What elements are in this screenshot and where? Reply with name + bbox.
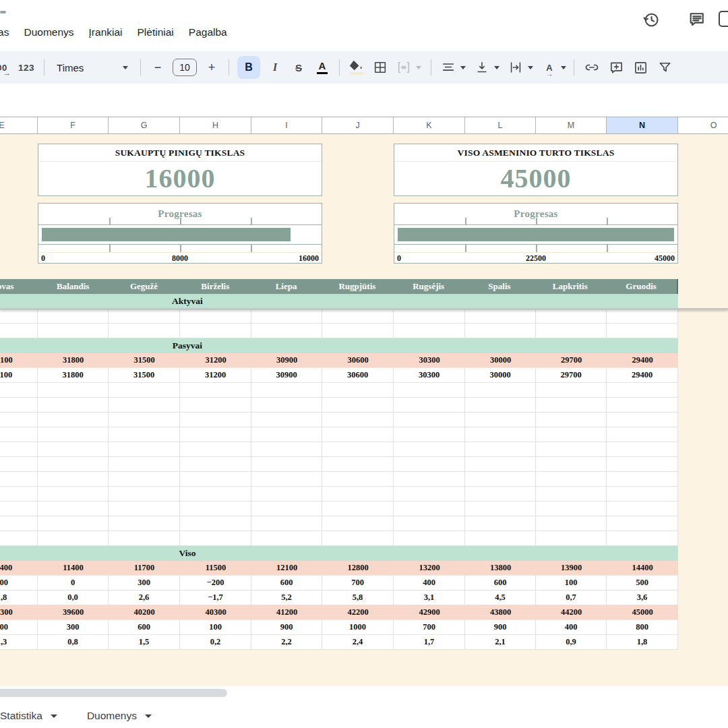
table-cell[interactable]: 39300: [0, 605, 38, 619]
month-header-cell[interactable]: Kovas: [0, 279, 38, 294]
table-cell[interactable]: 11700: [109, 561, 180, 575]
menu-item-plėtiniai[interactable]: Plėtiniai: [138, 26, 174, 38]
table-cell[interactable]: [109, 516, 180, 530]
table-cell[interactable]: [536, 324, 607, 338]
table-cell[interactable]: [394, 457, 465, 471]
table-cell[interactable]: [607, 516, 678, 530]
table-cell[interactable]: [180, 413, 251, 427]
table-cell[interactable]: 1,8: [0, 590, 38, 605]
table-cell[interactable]: 30300: [394, 368, 465, 382]
table-cell[interactable]: [394, 516, 465, 530]
table-cell[interactable]: 300: [109, 576, 180, 590]
comments-icon[interactable]: [686, 9, 708, 30]
table-cell[interactable]: 42200: [322, 605, 394, 619]
table-cell[interactable]: [465, 427, 536, 442]
table-cell[interactable]: 300: [38, 620, 109, 634]
table-cell[interactable]: 30000: [465, 368, 536, 382]
table-cell[interactable]: 2,1: [465, 635, 536, 649]
table-cell[interactable]: 100: [180, 620, 251, 634]
menu-item-duomenys[interactable]: Duomenys: [24, 26, 73, 38]
table-cell[interactable]: 700: [322, 576, 394, 590]
table-cell[interactable]: 5,2: [251, 590, 322, 605]
table-cell[interactable]: 0,7: [536, 590, 607, 605]
decrease-font-size-button[interactable]: −: [149, 57, 166, 78]
table-cell[interactable]: [322, 398, 394, 412]
table-cell[interactable]: [394, 427, 465, 442]
table-cell[interactable]: [109, 502, 180, 516]
table-cell[interactable]: 30600: [322, 353, 394, 367]
table-cell[interactable]: 2,2: [251, 635, 322, 649]
sheet-area[interactable]: SUKAUPTŲ PINIGŲ TIKSLAS 16000 VISO ASMEN…: [0, 134, 728, 686]
table-cell[interactable]: [536, 383, 607, 397]
table-cell[interactable]: [0, 472, 38, 486]
table-cell[interactable]: [0, 398, 38, 412]
table-cell[interactable]: [38, 502, 109, 516]
table-cell[interactable]: [322, 457, 394, 471]
progress-chart-assets[interactable]: Progresas 02250045000: [394, 203, 678, 264]
table-cell[interactable]: [251, 398, 322, 412]
table-cell[interactable]: 3,6: [607, 590, 678, 605]
table-cell[interactable]: [607, 324, 678, 338]
table-cell[interactable]: 600: [109, 620, 180, 634]
table-cell[interactable]: [0, 502, 38, 516]
table-cell[interactable]: 400: [536, 620, 607, 634]
present-icon[interactable]: [719, 11, 728, 27]
borders-button[interactable]: [371, 57, 389, 78]
table-cell[interactable]: [0, 457, 38, 471]
table-cell[interactable]: 11500: [180, 561, 251, 575]
table-cell[interactable]: [38, 472, 109, 486]
month-header-cell[interactable]: Liepa: [251, 279, 322, 294]
table-cell[interactable]: [536, 531, 607, 545]
table-cell[interactable]: [394, 442, 465, 456]
table-cell[interactable]: −1,7: [180, 590, 251, 605]
table-cell[interactable]: [0, 383, 38, 397]
table-cell[interactable]: [394, 383, 465, 397]
table-cell[interactable]: 29700: [536, 368, 607, 382]
table-cell[interactable]: [322, 413, 394, 427]
month-header-cell[interactable]: Spalis: [464, 279, 535, 294]
table-cell[interactable]: 500: [607, 576, 678, 590]
column-header-N[interactable]: N: [607, 117, 678, 133]
table-cell[interactable]: [180, 309, 251, 323]
table-cell[interactable]: [109, 487, 180, 501]
insert-comment-button[interactable]: [607, 57, 626, 78]
table-cell[interactable]: 44200: [536, 605, 607, 619]
table-cell[interactable]: [109, 457, 180, 471]
table-cell[interactable]: [536, 487, 607, 501]
table-cell[interactable]: [394, 502, 465, 516]
table-cell[interactable]: 30900: [251, 353, 322, 367]
table-cell[interactable]: 1,5: [109, 635, 180, 649]
create-filter-button[interactable]: [656, 57, 674, 78]
table-cell[interactable]: [251, 516, 322, 530]
table-cell[interactable]: 31500: [109, 368, 180, 382]
progress-chart-money[interactable]: Progresas 0800016000: [38, 203, 322, 264]
table-cell[interactable]: [180, 487, 251, 501]
month-header-cell[interactable]: Birželis: [179, 279, 251, 294]
table-cell[interactable]: 100: [536, 576, 607, 590]
table-cell[interactable]: 2,6: [109, 590, 180, 605]
sheet-tab-statistika[interactable]: Statistika: [0, 710, 57, 722]
table-cell[interactable]: [38, 324, 109, 338]
text-rotation-button[interactable]: A →: [541, 57, 558, 78]
column-header-M[interactable]: M: [536, 117, 607, 133]
table-cell[interactable]: 31200: [180, 368, 251, 382]
table-cell[interactable]: 39600: [38, 605, 109, 619]
table-cell[interactable]: [607, 457, 678, 471]
table-cell[interactable]: [251, 324, 322, 338]
table-cell[interactable]: 29700: [536, 353, 607, 367]
column-header-L[interactable]: L: [465, 117, 536, 133]
table-cell[interactable]: [536, 442, 607, 456]
table-cell[interactable]: 40200: [109, 605, 180, 619]
column-header-I[interactable]: I: [251, 117, 322, 133]
table-cell[interactable]: [109, 309, 180, 323]
frozen-rows-divider[interactable]: [0, 308, 728, 310]
table-cell[interactable]: [607, 398, 678, 412]
table-cell[interactable]: 30900: [251, 368, 322, 382]
table-cell[interactable]: 0,8: [38, 635, 109, 649]
increase-decimal-button[interactable]: 00 →: [0, 57, 11, 78]
table-cell[interactable]: [465, 398, 536, 412]
table-cell[interactable]: 3,1: [394, 590, 465, 605]
table-cell[interactable]: [251, 457, 322, 471]
text-wrap-button[interactable]: [507, 57, 535, 78]
table-cell[interactable]: [607, 442, 678, 456]
